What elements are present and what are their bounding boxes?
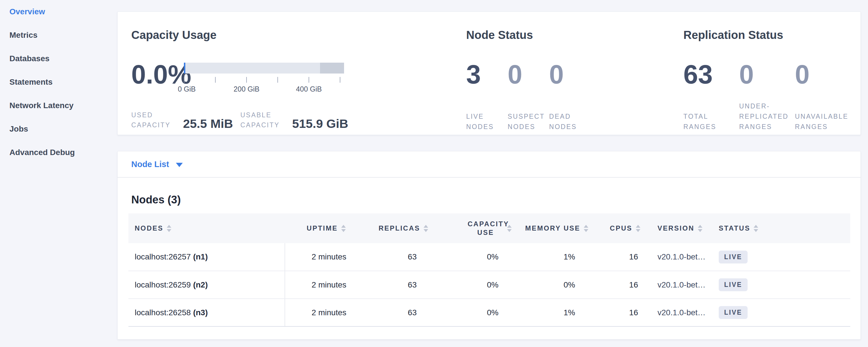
memory-use-cell: 0% <box>515 271 592 298</box>
replicas-cell: 63 <box>349 271 432 298</box>
column-header-version[interactable]: VERSION <box>644 213 707 243</box>
total-ranges-metric: 63 TOTAL RANGES <box>684 61 739 132</box>
capacity-bar-other-segment <box>320 63 344 73</box>
replication-status-title: Replication Status <box>684 12 861 41</box>
axis-tick <box>184 77 184 83</box>
live-nodes-label: LIVE NODES <box>466 111 508 132</box>
column-header-capacity-use[interactable]: CAPACITY USE <box>432 213 515 243</box>
node-id: (n3) <box>193 308 208 317</box>
replication-status-section: Replication Status 63 TOTAL RANGES 0 UND… <box>669 12 861 135</box>
node-status-section: Node Status 3 LIVE NODES 0 SUSPECT NODES… <box>442 12 669 135</box>
sidebar-item-metrics[interactable]: Metrics <box>9 24 117 47</box>
capacity-usage-title: Capacity Usage <box>131 12 442 41</box>
column-header-replicas[interactable]: REPLICAS <box>349 213 432 243</box>
suspect-nodes-metric: 0 SUSPECT NODES <box>508 61 549 132</box>
replicas-cell: 63 <box>349 243 432 271</box>
column-header-uptime[interactable]: UPTIME <box>285 213 349 243</box>
column-label: VERSION <box>657 224 694 232</box>
table-row-node-3[interactable]: localhost:26258(n3) 2 minutes 63 0% 1% 1… <box>128 298 850 326</box>
capacity-bar <box>184 63 344 73</box>
table-row-node-1[interactable]: localhost:26257(n1) 2 minutes 63 0% 1% 1… <box>128 243 850 271</box>
sidebar-item-advanced-debug[interactable]: Advanced Debug <box>9 141 117 164</box>
capacity-bar-chart: 0 GiB 200 GiB 400 GiB <box>184 61 344 94</box>
live-nodes-value: 3 <box>466 61 508 88</box>
capacity-bar-axis: 0 GiB 200 GiB 400 GiB <box>184 77 344 94</box>
status-badge: LIVE <box>719 306 748 319</box>
capacity-use-cell: 0% <box>432 298 515 326</box>
dead-nodes-metric: 0 DEAD NODES <box>549 61 591 132</box>
axis-tick <box>277 77 278 83</box>
node-status-title: Node Status <box>466 12 669 41</box>
cpus-cell: 16 <box>592 243 644 271</box>
unavailable-ranges-metric: 0 UNAVAILABLE RANGES <box>795 61 851 132</box>
sidebar-item-jobs[interactable]: Jobs <box>9 117 117 141</box>
axis-tick <box>215 77 216 83</box>
capacity-used-percent: 0.0% <box>131 61 184 88</box>
axis-tick <box>340 77 340 83</box>
sort-icon[interactable] <box>584 225 588 232</box>
column-label: UPTIME <box>307 224 338 232</box>
axis-tick-label: 200 GiB <box>234 85 259 93</box>
column-header-memory-use[interactable]: MEMORY USE <box>515 213 592 243</box>
version-cell: v20.1.0-bet… <box>644 298 707 326</box>
column-label: NODES <box>135 224 163 232</box>
dead-nodes-value: 0 <box>549 61 591 88</box>
suspect-nodes-value: 0 <box>508 61 549 88</box>
node-address[interactable]: localhost:26259 <box>135 280 191 289</box>
sidebar-item-statements[interactable]: Statements <box>9 70 117 94</box>
column-header-nodes[interactable]: NODES <box>128 213 285 243</box>
axis-tick <box>309 77 309 83</box>
total-ranges-label: TOTAL RANGES <box>684 111 739 132</box>
column-label: CAPACITY USE <box>468 220 504 237</box>
capacity-use-cell: 0% <box>432 243 515 271</box>
used-capacity-value: 25.5 MiB <box>183 117 233 130</box>
nodes-table: NODES UPTIME REPLICAS <box>128 213 850 327</box>
sidebar-item-overview[interactable]: Overview <box>9 0 117 24</box>
live-nodes-metric: 3 LIVE NODES <box>466 61 508 132</box>
column-label: CPUS <box>610 224 632 232</box>
used-capacity-label: USED CAPACITY <box>131 110 176 130</box>
usable-capacity-value: 515.9 GiB <box>292 117 348 130</box>
status-badge: LIVE <box>719 278 748 291</box>
column-header-status[interactable]: STATUS <box>707 213 850 243</box>
usable-capacity-label: USABLE CAPACITY <box>240 110 285 130</box>
sort-icon[interactable] <box>424 225 428 232</box>
unavailable-ranges-label: UNAVAILABLE RANGES <box>795 111 851 132</box>
cpus-cell: 16 <box>592 271 644 298</box>
uptime-cell: 2 minutes <box>285 271 349 298</box>
axis-tick <box>246 77 247 83</box>
sort-icon[interactable] <box>341 225 346 232</box>
sidebar-item-network-latency[interactable]: Network Latency <box>9 94 117 117</box>
capacity-bar-used-segment <box>184 63 185 73</box>
sort-icon[interactable] <box>636 225 640 232</box>
total-ranges-value: 63 <box>684 61 739 88</box>
node-list-dropdown-label: Node List <box>131 160 169 169</box>
sort-icon[interactable] <box>698 225 703 232</box>
node-id: (n1) <box>193 252 208 261</box>
table-row-node-2[interactable]: localhost:26259(n2) 2 minutes 63 0% 0% 1… <box>128 271 850 298</box>
nodes-count-title: Nodes (3) <box>131 194 861 206</box>
used-capacity-stat: USED CAPACITY 25.5 MiB <box>131 110 233 130</box>
sort-icon[interactable] <box>167 225 171 232</box>
sort-icon[interactable] <box>753 225 758 232</box>
column-label: REPLICAS <box>379 224 420 232</box>
column-label: MEMORY USE <box>525 224 580 232</box>
under-replicated-ranges-value: 0 <box>739 61 795 88</box>
sidebar-nav: Overview Metrics Databases Statements Ne… <box>0 0 117 164</box>
memory-use-cell: 1% <box>515 243 592 271</box>
column-label: STATUS <box>719 224 750 232</box>
table-header-row: NODES UPTIME REPLICAS <box>128 213 850 243</box>
sort-icon[interactable] <box>507 225 512 232</box>
replicas-cell: 63 <box>349 298 432 326</box>
cpus-cell: 16 <box>592 298 644 326</box>
node-address[interactable]: localhost:26258 <box>135 308 191 317</box>
column-header-cpus[interactable]: CPUS <box>592 213 644 243</box>
node-address[interactable]: localhost:26257 <box>135 252 191 261</box>
node-id: (n2) <box>193 280 208 289</box>
dead-nodes-label: DEAD NODES <box>549 111 591 132</box>
memory-use-cell: 1% <box>515 298 592 326</box>
chevron-down-icon <box>176 163 183 167</box>
axis-tick-label: 400 GiB <box>296 85 322 93</box>
sidebar-item-databases[interactable]: Databases <box>9 47 117 70</box>
node-list-dropdown[interactable]: Node List <box>118 151 861 178</box>
